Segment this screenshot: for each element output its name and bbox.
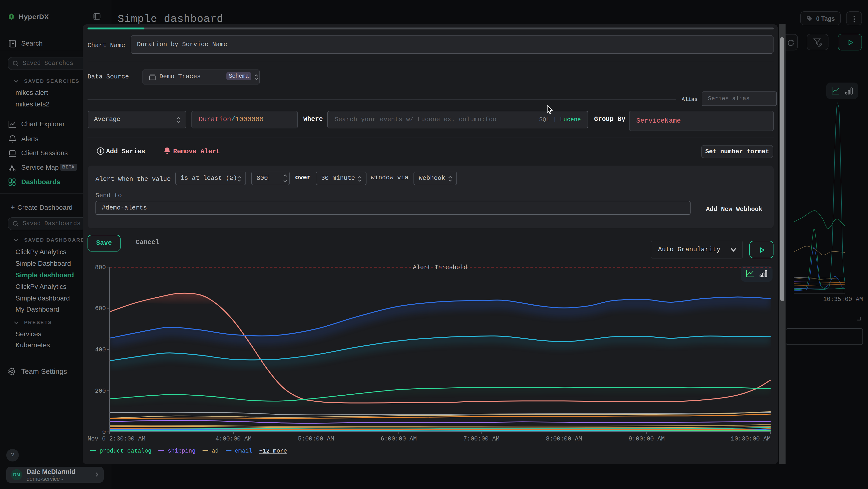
svg-text:10:30:00 AM: 10:30:00 AM: [731, 435, 771, 442]
svg-text:600: 600: [95, 305, 106, 312]
svg-text:0: 0: [102, 429, 106, 436]
svg-text:Alert Threshold: Alert Threshold: [413, 264, 467, 271]
svg-text:6:00:00 AM: 6:00:00 AM: [381, 435, 417, 442]
svg-text:9:00:00 AM: 9:00:00 AM: [628, 435, 665, 442]
svg-text:800: 800: [95, 264, 106, 271]
svg-text:8:00:00 AM: 8:00:00 AM: [546, 435, 582, 442]
svg-text:400: 400: [95, 346, 106, 353]
svg-text:5:00:00 AM: 5:00:00 AM: [298, 435, 334, 442]
svg-text:Nov 6 2:30:00 AM: Nov 6 2:30:00 AM: [88, 435, 145, 442]
svg-text:200: 200: [95, 387, 106, 395]
svg-text:7:00:00 AM: 7:00:00 AM: [463, 435, 499, 442]
svg-text:4:00:00 AM: 4:00:00 AM: [215, 435, 251, 442]
